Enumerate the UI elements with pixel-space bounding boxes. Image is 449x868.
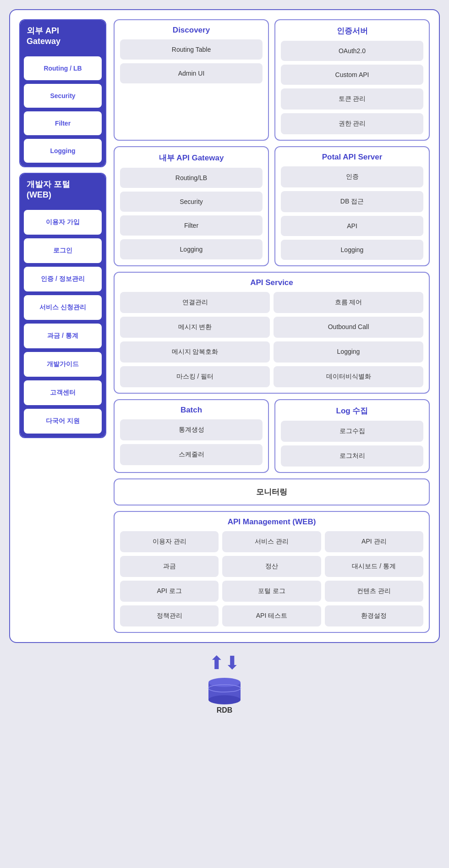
discovery-routing-table[interactable]: Routing Table: [120, 39, 263, 60]
main-container: 외부 APIGateway Routing / LB Security Filt…: [9, 9, 440, 643]
inner-gw-routing-lb[interactable]: Routing/LB: [120, 168, 263, 188]
sidebar-item-dev-guide[interactable]: 개발가이드: [24, 352, 102, 377]
rdb-cylinder: RDB: [206, 677, 243, 714]
sidebar-item-signup[interactable]: 이용자 가입: [24, 210, 102, 235]
inner-gw-section: 내부 API Gateway Routing/LB Security Filte…: [114, 146, 269, 266]
monitoring-title: 모니터링: [122, 487, 422, 497]
top-row: Discovery Routing Table Admin UI 인증서버 OA…: [114, 19, 430, 141]
api-service-masking-filter[interactable]: 마스킹 / 필터: [120, 366, 270, 387]
external-gw-items: Routing / LB Security Filter Logging: [20, 53, 105, 166]
sidebar-item-routing-lb[interactable]: Routing / LB: [24, 56, 102, 80]
rdb-arrow-icon: ⬆⬇: [209, 652, 240, 673]
dev-portal-title: 개발자 포털(WEB): [20, 174, 105, 206]
portal-api-api[interactable]: API: [281, 216, 423, 236]
discovery-title: Discovery: [120, 26, 263, 35]
sidebar-item-logging[interactable]: Logging: [24, 139, 102, 163]
external-gw-section: 외부 APIGateway Routing / LB Security Filt…: [19, 19, 106, 167]
portal-api-section: Potal API Server 인증 DB 접근 API Logging: [274, 146, 430, 266]
dev-portal-section: 개발자 포털(WEB) 이용자 가입 로그인 인증 / 정보관리 서비스 신청관…: [19, 173, 106, 438]
inner-gw-security[interactable]: Security: [120, 192, 263, 212]
api-mgmt-service-mgmt[interactable]: 서비스 관리: [222, 531, 321, 552]
api-mgmt-env-settings[interactable]: 환경설정: [325, 605, 423, 626]
left-sidebar: 외부 APIGateway Routing / LB Security Filt…: [19, 19, 106, 633]
svg-point-3: [208, 695, 241, 704]
log-process-item[interactable]: 로그처리: [281, 445, 423, 467]
api-mgmt-api-mgmt[interactable]: API 관리: [325, 531, 423, 552]
api-mgmt-api-test[interactable]: API 테스트: [222, 605, 321, 626]
api-mgmt-billing[interactable]: 과금: [120, 556, 219, 577]
monitoring-section: 모니터링: [114, 478, 430, 505]
discovery-section: Discovery Routing Table Admin UI: [114, 19, 269, 141]
auth-oauth2[interactable]: OAuth2.0: [281, 41, 423, 61]
api-mgmt-content-mgmt[interactable]: 컨텐츠 관리: [325, 581, 423, 602]
batch-items: 통계생성 스케줄러: [120, 419, 263, 465]
sidebar-item-billing-stats[interactable]: 과금 / 통계: [24, 324, 102, 348]
sidebar-item-login[interactable]: 로그인: [24, 238, 102, 263]
api-service-grid: 연결관리 흐름 제어 메시지 변환 Outbound Call 메시지 암복호화…: [120, 292, 423, 387]
api-mgmt-api-log[interactable]: API 로그: [120, 581, 219, 602]
discovery-admin-ui[interactable]: Admin UI: [120, 63, 263, 83]
api-mgmt-grid: 이용자 관리 서비스 관리 API 관리 과금 정산 대시보드 / 통계 API…: [120, 531, 423, 626]
rdb-cylinder-svg: [206, 677, 243, 704]
batch-stats-gen[interactable]: 통계생성: [120, 419, 263, 440]
api-service-title: API Service: [120, 278, 423, 287]
auth-server-items: OAuth2.0 Custom API 토큰 관리 권한 관리: [281, 41, 423, 134]
external-gw-title: 외부 APIGateway: [20, 20, 105, 53]
api-mgmt-user-mgmt[interactable]: 이용자 관리: [120, 531, 219, 552]
portal-api-logging[interactable]: Logging: [281, 240, 423, 260]
log-collect-item[interactable]: 로그수집: [281, 421, 423, 442]
api-service-section: API Service 연결관리 흐름 제어 메시지 변환 Outbound C…: [114, 272, 430, 394]
batch-scheduler[interactable]: 스케줄러: [120, 444, 263, 465]
api-service-outbound-call[interactable]: Outbound Call: [274, 317, 423, 338]
inner-gw-items: Routing/LB Security Filter Logging: [120, 168, 263, 259]
api-service-connection-mgmt[interactable]: 연결관리: [120, 292, 270, 313]
api-mgmt-title: API Management (WEB): [120, 517, 423, 527]
api-mgmt-policy-mgmt[interactable]: 정책관리: [120, 605, 219, 626]
batch-section: Batch 통계생성 스케줄러: [114, 399, 269, 473]
inner-gw-logging[interactable]: Logging: [120, 239, 263, 259]
sidebar-item-multilang[interactable]: 다국어 지원: [24, 409, 102, 434]
batch-log-row: Batch 통계생성 스케줄러 Log 수집 로그수집 로그처리: [114, 399, 430, 473]
log-collect-items: 로그수집 로그처리: [281, 421, 423, 467]
log-collect-title: Log 수집: [281, 406, 423, 416]
log-collect-section: Log 수집 로그수집 로그처리: [274, 399, 430, 473]
middle-row: 내부 API Gateway Routing/LB Security Filte…: [114, 146, 430, 266]
api-service-logging[interactable]: Logging: [274, 341, 423, 363]
auth-server-section: 인증서버 OAuth2.0 Custom API 토큰 관리 권한 관리: [274, 19, 430, 141]
api-mgmt-portal-log[interactable]: 포털 로그: [222, 581, 321, 602]
api-service-data-anonymize[interactable]: 데이터비식별화: [274, 366, 423, 387]
sidebar-item-customer-center[interactable]: 고객센터: [24, 380, 102, 405]
inner-gw-title: 내부 API Gateway: [120, 153, 263, 163]
portal-api-items: 인증 DB 접근 API Logging: [281, 166, 423, 260]
auth-server-title: 인증서버: [281, 26, 423, 36]
api-mgmt-section: API Management (WEB) 이용자 관리 서비스 관리 API 관…: [114, 511, 430, 633]
sidebar-item-filter[interactable]: Filter: [24, 111, 102, 135]
inner-gw-filter[interactable]: Filter: [120, 215, 263, 236]
auth-permission-mgmt[interactable]: 권한 관리: [281, 113, 423, 134]
auth-token-mgmt[interactable]: 토큰 관리: [281, 88, 423, 110]
rdb-label: RDB: [217, 706, 233, 714]
api-service-flow-control[interactable]: 흐름 제어: [274, 292, 423, 313]
dev-portal-items: 이용자 가입 로그인 인증 / 정보관리 서비스 신청관리 과금 / 통계 개발…: [20, 206, 105, 437]
api-mgmt-settlement[interactable]: 정산: [222, 556, 321, 577]
right-content: Discovery Routing Table Admin UI 인증서버 OA…: [114, 19, 430, 633]
api-mgmt-dashboard-stats[interactable]: 대시보드 / 통계: [325, 556, 423, 577]
sidebar-item-auth-info[interactable]: 인증 / 정보관리: [24, 267, 102, 291]
sidebar-item-service-mgmt[interactable]: 서비스 신청관리: [24, 295, 102, 320]
portal-api-title: Potal API Server: [281, 153, 423, 162]
auth-custom-api[interactable]: Custom API: [281, 65, 423, 85]
portal-api-auth[interactable]: 인증: [281, 166, 423, 187]
sidebar-item-security[interactable]: Security: [24, 84, 102, 108]
batch-title: Batch: [120, 406, 263, 415]
api-service-msg-encrypt[interactable]: 메시지 암복호화: [120, 341, 270, 363]
api-service-msg-transform[interactable]: 메시지 변환: [120, 317, 270, 338]
discovery-items: Routing Table Admin UI: [120, 39, 263, 83]
portal-api-db[interactable]: DB 접근: [281, 191, 423, 212]
rdb-section: ⬆⬇ RDB: [206, 652, 243, 714]
